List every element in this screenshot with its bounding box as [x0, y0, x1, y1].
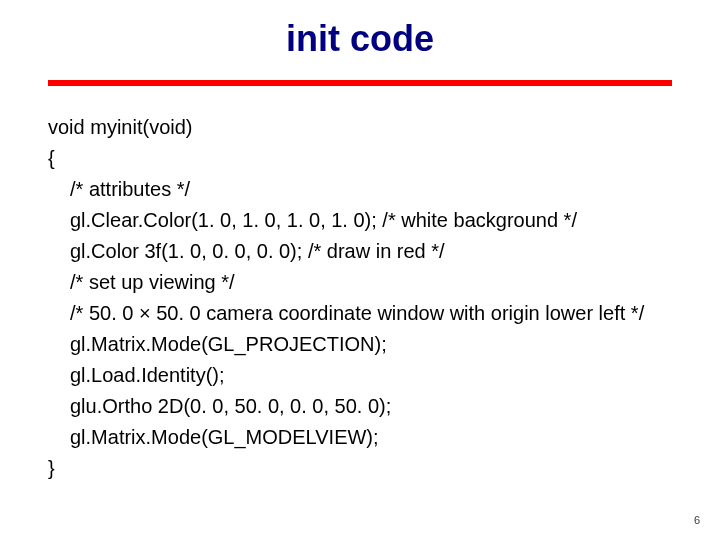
code-line: /* set up viewing */ — [48, 267, 688, 298]
code-line: gl.Clear.Color(1. 0, 1. 0, 1. 0, 1. 0); … — [48, 205, 688, 236]
code-line: /* attributes */ — [48, 174, 688, 205]
code-block: void myinit(void) { /* attributes */ gl.… — [48, 112, 688, 484]
code-line: gl.Matrix.Mode(GL_PROJECTION); — [48, 329, 688, 360]
code-line: /* 50. 0 × 50. 0 camera coordinate windo… — [48, 298, 688, 329]
slide-title: init code — [0, 18, 720, 60]
code-line: { — [48, 143, 688, 174]
code-line: gl.Color 3f(1. 0, 0. 0, 0. 0); /* draw i… — [48, 236, 688, 267]
page-number: 6 — [694, 514, 700, 526]
code-line: void myinit(void) — [48, 112, 688, 143]
slide: init code void myinit(void) { /* attribu… — [0, 0, 720, 540]
code-line: } — [48, 453, 688, 484]
code-line: gl.Matrix.Mode(GL_MODELVIEW); — [48, 422, 688, 453]
title-underline — [48, 80, 672, 86]
code-line: glu.Ortho 2D(0. 0, 50. 0, 0. 0, 50. 0); — [48, 391, 688, 422]
code-line: gl.Load.Identity(); — [48, 360, 688, 391]
